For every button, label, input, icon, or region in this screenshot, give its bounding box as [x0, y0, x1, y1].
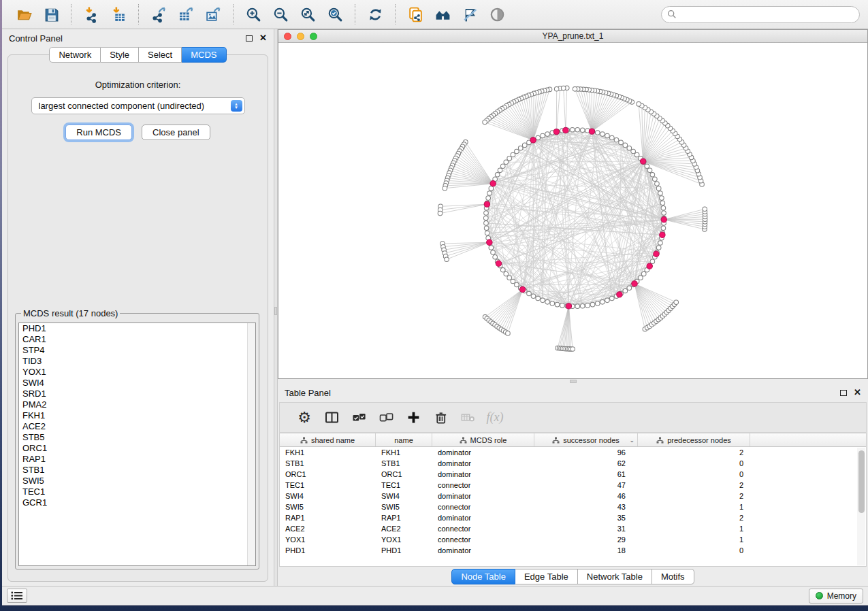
select-all-button[interactable] — [345, 406, 372, 430]
list-item[interactable]: PMA2 — [19, 399, 255, 410]
zoom-selected-button[interactable] — [323, 3, 347, 26]
result-scrollbar[interactable] — [247, 323, 255, 565]
tab-network[interactable]: Network — [49, 47, 101, 63]
control-panel-title: Control Panel — [9, 33, 63, 44]
show-hide-button[interactable] — [485, 3, 509, 26]
tab-mcds[interactable]: MCDS — [182, 47, 226, 63]
list-item[interactable]: TID3 — [19, 356, 255, 367]
list-item[interactable]: ORC1 — [19, 443, 255, 454]
list-item[interactable]: PHD1 — [19, 323, 255, 334]
search-input[interactable] — [680, 10, 854, 19]
table-scrollbar[interactable] — [857, 448, 865, 565]
mcds-result-list[interactable]: PHD1CAR1STP4TID3YOX1SWI4SRD1PMA2FKH1ACE2… — [18, 323, 256, 566]
column-header-name[interactable]: name — [376, 433, 432, 446]
task-history-button[interactable] — [7, 589, 27, 603]
horizontal-splitter-handle[interactable] — [570, 380, 577, 383]
table-row[interactable]: PHD1PHD1dominator180 — [280, 545, 866, 556]
delete-column-button[interactable] — [427, 406, 454, 430]
run-mcds-button[interactable]: Run MCDS — [65, 125, 132, 140]
application-window: Control Panel ✕ Network Style Select MCD… — [2, 0, 868, 606]
first-neighbors-button[interactable] — [431, 3, 454, 26]
criterion-select[interactable]: largest connected component (undirected)… — [31, 97, 245, 114]
list-item[interactable]: CAR1 — [19, 334, 255, 345]
zoom-out-button[interactable] — [269, 3, 292, 26]
save-button[interactable] — [39, 3, 63, 26]
table-scrollbar-thumb[interactable] — [858, 450, 865, 513]
list-item[interactable]: RAP1 — [19, 454, 255, 465]
table-cell: dominator — [432, 492, 534, 500]
show-columns-button[interactable] — [318, 406, 345, 430]
table-row[interactable]: SWI5SWI5connector431 — [280, 501, 866, 512]
list-item[interactable]: YOX1 — [19, 367, 255, 378]
network-graph[interactable] — [278, 43, 867, 378]
table-row[interactable]: STB1STB1dominator620 — [280, 458, 866, 469]
table-row[interactable]: RAP1RAP1dominator352 — [280, 512, 866, 523]
graphics-details-button[interactable] — [458, 3, 481, 26]
table-row[interactable]: TEC1TEC1connector472 — [280, 480, 866, 491]
table-cell: ACE2 — [376, 525, 432, 533]
add-column-button[interactable] — [400, 406, 427, 430]
optimization-criterion-label: Optimization criterion: — [8, 80, 268, 90]
list-item[interactable]: ACE2 — [19, 421, 255, 432]
zoom-in-button[interactable] — [242, 3, 265, 26]
table-row[interactable]: SWI4SWI4dominator462 — [280, 491, 866, 501]
column-header-mcds-role[interactable]: MCDS role — [432, 433, 534, 446]
window-minimize-icon[interactable] — [297, 33, 304, 40]
clone-network-button[interactable] — [404, 3, 427, 26]
table-row[interactable]: YOX1YOX1connector291 — [280, 534, 866, 545]
network-canvas[interactable] — [278, 43, 867, 378]
import-network-button[interactable] — [80, 3, 103, 26]
table-row[interactable]: ACE2ACE2connector311 — [280, 523, 866, 534]
column-header-successor-nodes[interactable]: successor nodes ⌄ — [534, 433, 638, 446]
table-cell: 0 — [638, 546, 750, 555]
list-item[interactable]: SWI4 — [19, 378, 255, 389]
list-item[interactable]: STB1 — [19, 465, 255, 476]
tab-network-table[interactable]: Network Table — [578, 569, 652, 584]
import-table-button[interactable] — [107, 3, 130, 26]
column-header-shared-name[interactable]: shared name — [280, 433, 376, 446]
tab-select[interactable]: Select — [139, 47, 182, 63]
horizontal-splitter[interactable] — [278, 379, 868, 384]
vertical-splitter[interactable] — [274, 29, 278, 586]
control-panel-header: Control Panel ✕ — [2, 29, 274, 47]
main-toolbar — [2, 0, 868, 29]
import-network-icon — [83, 6, 100, 23]
list-item[interactable]: STB5 — [19, 432, 255, 443]
column-header-predecessor-nodes[interactable]: predecessor nodes — [638, 433, 750, 446]
float-panel-icon[interactable] — [246, 35, 253, 42]
table-settings-button[interactable]: ⚙ — [291, 406, 318, 430]
table-row[interactable]: ORC1ORC1dominator610 — [280, 469, 866, 480]
deselect-all-button[interactable] — [372, 406, 400, 430]
list-item[interactable]: FKH1 — [19, 410, 255, 421]
table-cell: 47 — [534, 481, 638, 489]
float-panel-icon[interactable] — [840, 390, 847, 396]
list-item[interactable]: SRD1 — [19, 389, 255, 399]
tab-edge-table[interactable]: Edge Table — [515, 569, 578, 584]
export-image-button[interactable] — [202, 3, 225, 26]
table-row[interactable]: FKH1FKH1dominator962 — [280, 447, 866, 458]
open-button[interactable] — [12, 3, 35, 26]
list-item[interactable]: GCR1 — [19, 497, 255, 508]
memory-button[interactable]: Memory — [809, 589, 863, 604]
list-item[interactable]: TEC1 — [19, 486, 255, 497]
function-builder-button[interactable]: f(x) — [481, 406, 509, 430]
window-close-icon[interactable] — [284, 33, 291, 40]
tab-node-table[interactable]: Node Table — [451, 569, 515, 584]
list-item[interactable]: STP4 — [19, 345, 255, 356]
table-cell: RAP1 — [280, 514, 376, 522]
export-table-button[interactable] — [174, 3, 197, 26]
table-cell: 31 — [534, 525, 638, 533]
refresh-button[interactable] — [364, 3, 387, 26]
window-zoom-icon[interactable] — [310, 33, 317, 40]
close-panel-button[interactable]: Close panel — [142, 125, 210, 140]
close-panel-icon[interactable]: ✕ — [259, 35, 267, 42]
delete-table-button[interactable] — [454, 406, 481, 430]
export-network-button[interactable] — [147, 3, 170, 26]
close-panel-icon[interactable]: ✕ — [854, 389, 861, 396]
table-cell: ORC1 — [376, 470, 432, 478]
zoom-fit-button[interactable] — [296, 3, 319, 26]
list-item[interactable]: SWI5 — [19, 476, 255, 486]
vertical-splitter-handle[interactable] — [274, 307, 277, 315]
tab-style[interactable]: Style — [101, 47, 139, 63]
tab-motifs[interactable]: Motifs — [652, 569, 694, 584]
